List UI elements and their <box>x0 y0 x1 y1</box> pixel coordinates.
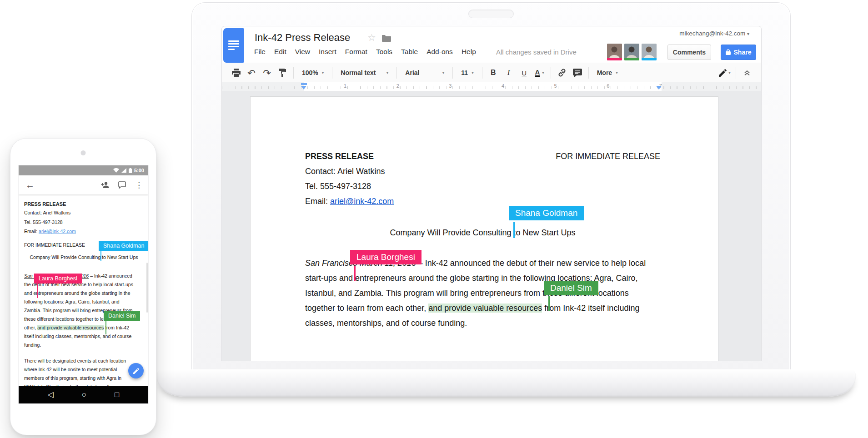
email-line: Email: ariel@ink-42.com <box>305 196 660 207</box>
menu-insert[interactable]: Insert <box>319 48 336 56</box>
comment-icon[interactable] <box>118 181 126 189</box>
pencil-icon <box>133 368 139 374</box>
indent-marker-bar[interactable] <box>301 83 307 85</box>
paint-format-icon[interactable] <box>275 66 290 80</box>
right-indent-marker[interactable] <box>656 86 662 90</box>
nav-home-icon[interactable]: ○ <box>82 391 86 398</box>
undo-icon[interactable]: ↶ <box>244 66 259 80</box>
styles-select[interactable]: Normal text▾ <box>336 69 393 76</box>
avatar-daniel[interactable] <box>624 44 639 60</box>
chevron-down-icon: ▾ <box>472 70 474 75</box>
ruler-number-4: 4 <box>502 83 504 89</box>
avatar-shana[interactable] <box>642 44 657 60</box>
insert-link-icon[interactable] <box>554 66 570 80</box>
bold-button[interactable]: B <box>486 66 501 80</box>
menu-tools[interactable]: Tools <box>376 48 392 56</box>
text-line: funding. <box>24 341 133 349</box>
star-icon[interactable]: ☆ <box>367 32 376 43</box>
phone-email-link[interactable]: ariel@ink-42.com <box>39 229 76 234</box>
collapse-toolbar-icon[interactable] <box>739 66 755 80</box>
font-select[interactable]: Arial▾ <box>400 69 449 76</box>
font-size-select[interactable]: 11▾ <box>456 69 478 76</box>
phone-scrollbar[interactable] <box>146 263 148 313</box>
add-person-icon[interactable] <box>100 182 109 188</box>
folder-icon[interactable] <box>382 35 391 44</box>
save-status: All changes saved in Drive <box>496 48 577 56</box>
menu-edit[interactable]: Edit <box>274 48 286 56</box>
contact-line: Contact: Ariel Watkins <box>305 166 660 177</box>
tel-line: Tel. 555-497-3128 <box>305 181 660 192</box>
phone-press-release: PRESS RELEASE <box>24 201 144 207</box>
menu-view[interactable]: View <box>295 48 310 56</box>
document-page[interactable]: PRESS RELEASE FOR IMMEDIATE RELEASE Cont… <box>250 96 718 361</box>
ruler-number-1: 1 <box>344 83 346 89</box>
menu-bar: FileEditViewInsertFormatToolsTableAdd-on… <box>254 48 476 56</box>
doc-headline: Company Will Provide Consulting to New S… <box>305 227 660 238</box>
laptop-camera-notch <box>468 10 514 18</box>
wifi-icon <box>113 168 119 173</box>
text-color-button[interactable]: A ▾ <box>532 66 547 80</box>
ruler-number-3: 3 <box>449 83 452 89</box>
comments-button[interactable]: Comments <box>667 45 711 60</box>
google-docs-window: Ink-42 Press Release ☆ FileEditViewInser… <box>222 26 761 361</box>
left-indent-marker[interactable] <box>301 86 306 90</box>
ruler-numbers: 1234567 <box>344 83 662 89</box>
insert-comment-icon[interactable] <box>570 66 585 80</box>
menu-file[interactable]: File <box>254 48 266 56</box>
text-line: where Ink-42 will be onsite to meet pote… <box>24 365 126 374</box>
ruler-number-6: 6 <box>607 83 609 89</box>
google-docs-icon <box>223 28 244 63</box>
chevron-down-icon: ▾ <box>542 70 544 75</box>
cursor-daniel <box>548 296 550 311</box>
chevron-down-icon: ▾ <box>442 70 445 75</box>
phone-contact: Contact: Ariel Watkins <box>24 209 144 216</box>
menu-add-ons[interactable]: Add-ons <box>426 48 453 56</box>
text-line: members of this program, starting with A… <box>24 374 126 383</box>
chevron-down-icon: ▾ <box>616 70 618 75</box>
italic-button[interactable]: I <box>501 66 517 80</box>
zoom-select[interactable]: 100%▾ <box>297 69 329 76</box>
share-button[interactable]: Share <box>721 45 756 60</box>
marketing-canvas: Ink-42 Press Release ☆ FileEditViewInser… <box>0 0 868 438</box>
phone-camera-dot <box>81 150 86 155</box>
document-title[interactable]: Ink-42 Press Release <box>255 32 350 44</box>
android-nav-bar: ◁ ○ □ <box>19 386 148 403</box>
document-canvas: PRESS RELEASE FOR IMMEDIATE RELEASE Cont… <box>222 91 761 361</box>
status-time: 5:00 <box>134 168 144 173</box>
phone-screen: 5:00 ← ⋮ PRESS RELEASE Contact: Ariel Wa… <box>19 165 148 403</box>
more-button[interactable]: More▾ <box>592 69 623 76</box>
email-link[interactable]: ariel@ink-42.com <box>330 197 394 206</box>
laptop-base <box>157 369 856 397</box>
redo-icon[interactable]: ↷ <box>259 66 275 80</box>
ruler-number-2: 2 <box>396 83 399 89</box>
phone-label-shana: Shana Goldman <box>99 241 148 251</box>
laptop-screen-bezel: Ink-42 Press Release ☆ FileEditViewInser… <box>191 2 791 379</box>
nav-back-icon[interactable]: ◁ <box>48 391 54 398</box>
text-line: and entrepreneurs around the globe start… <box>24 289 133 298</box>
signal-icon <box>121 168 126 173</box>
phone-label-daniel: Daniel Sim <box>104 311 140 321</box>
ruler[interactable]: 1234567 <box>222 82 761 91</box>
lock-icon <box>726 49 731 55</box>
phone-tel: Tel. 555-497-3128 <box>24 219 144 225</box>
menu-help[interactable]: Help <box>462 48 476 56</box>
menu-table[interactable]: Table <box>401 48 418 56</box>
phone-document[interactable]: PRESS RELEASE Contact: Ariel Watkins Tel… <box>19 194 148 386</box>
print-icon[interactable] <box>228 66 244 80</box>
text-line: following locations: Agra, Cairo, Istanb… <box>24 298 133 306</box>
phone-label-laura: Laura Borghesi <box>34 274 82 284</box>
text-line: classes, mentorships, and of course fund… <box>305 316 646 331</box>
menu-format[interactable]: Format <box>345 48 367 56</box>
phone-cursor-daniel <box>105 321 106 334</box>
edit-mode-pencil-icon[interactable]: ▾ <box>717 66 733 80</box>
underline-button[interactable]: U <box>517 66 532 80</box>
nav-recents-icon[interactable]: □ <box>115 391 119 398</box>
collaborator-label-shana: Shana Goldman <box>509 206 584 220</box>
text-line: other, and provide valuable resources fr… <box>24 324 133 332</box>
overflow-menu-icon[interactable]: ⋮ <box>135 180 143 190</box>
back-arrow-icon[interactable]: ← <box>25 180 35 190</box>
edit-fab[interactable] <box>128 363 144 378</box>
account-menu[interactable]: mikechang@ink-42.com ▾ <box>679 30 749 37</box>
press-release-heading: PRESS RELEASE <box>305 151 374 162</box>
avatar-laura[interactable] <box>607 44 622 60</box>
